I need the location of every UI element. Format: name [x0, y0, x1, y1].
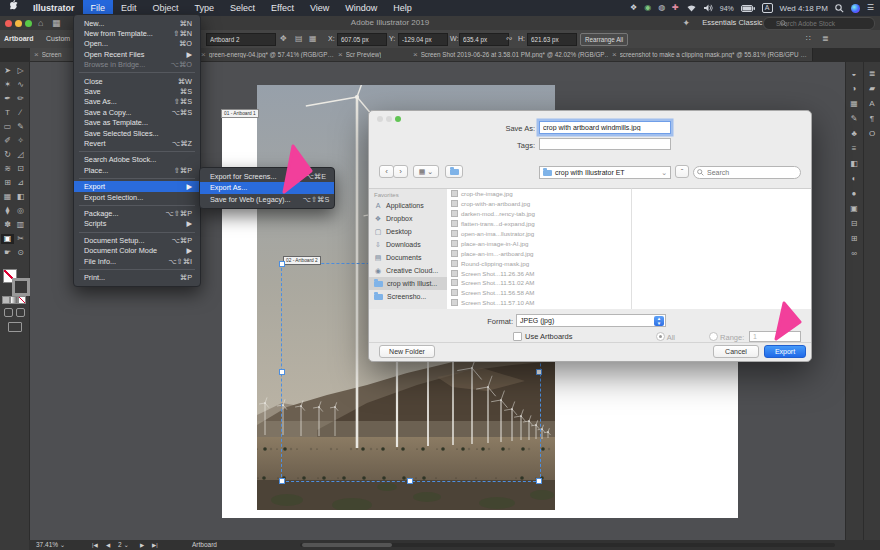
sidebar-item-applications[interactable]: AApplications: [369, 199, 447, 212]
artboard-name-input[interactable]: [206, 33, 276, 46]
pencil-tool-icon[interactable]: ✐: [1, 136, 14, 146]
file-item[interactable]: darken-mod...rency-tab.jpg: [447, 209, 631, 219]
notification-center-icon[interactable]: ☰: [867, 0, 874, 16]
menu-item-package[interactable]: Package...⌥⇧⌘P: [74, 208, 200, 218]
prev-artboard-button[interactable]: ◀: [106, 540, 110, 550]
gradient-tool-icon[interactable]: ◧: [14, 192, 27, 202]
transparency-panel-icon[interactable]: ◐: [846, 173, 862, 185]
scale-tool-icon[interactable]: ◿: [14, 150, 27, 160]
new-folder-button[interactable]: New Folder: [379, 345, 435, 358]
sidebar-item-screenshots[interactable]: Screensho...: [369, 290, 447, 303]
expand-button[interactable]: ˆ: [675, 165, 689, 178]
blend-tool-icon[interactable]: ◎: [14, 206, 27, 216]
shaper-tool-icon[interactable]: ✧: [14, 136, 27, 146]
menubar-item-select[interactable]: Select: [222, 0, 263, 16]
tab-close-icon[interactable]: ×: [201, 50, 206, 59]
column-graph-tool-icon[interactable]: ▥: [14, 220, 27, 230]
appearance-panel-icon[interactable]: ●: [846, 188, 862, 200]
opentype-panel-icon[interactable]: O: [864, 128, 880, 140]
eyedropper-tool-icon[interactable]: ⧫: [1, 206, 14, 216]
menubar-item-effect[interactable]: Effect: [263, 0, 302, 16]
symbol-sprayer-tool-icon[interactable]: ✽: [1, 220, 14, 230]
file-item[interactable]: Screen Shot...11.51.02 AM: [447, 278, 631, 288]
dialog-zoom-button[interactable]: [395, 116, 401, 122]
dropbox-icon[interactable]: ❖: [630, 0, 637, 16]
artboard-number-dropdown[interactable]: 2 ⌄: [118, 540, 129, 550]
sidebar-item-dropbox[interactable]: ❖Dropbox: [369, 212, 447, 225]
document-tab-5[interactable]: × screenshot to make a clipping mask.png…: [608, 48, 813, 61]
perspective-grid-tool-icon[interactable]: ⊿: [14, 178, 27, 188]
align-panel-icon[interactable]: ≣: [864, 68, 880, 80]
current-folder-dropdown[interactable]: crop with Illustrator ET ⌄: [539, 166, 671, 179]
drive-icon[interactable]: ◉: [644, 0, 651, 16]
selection-tool-icon[interactable]: ➤: [1, 66, 14, 76]
cancel-button[interactable]: Cancel: [713, 345, 759, 358]
rearrange-all-button[interactable]: Rearrange All: [580, 33, 628, 46]
apple-menu-icon[interactable]: [0, 0, 25, 16]
forward-button[interactable]: ›: [393, 165, 408, 178]
document-tab-4[interactable]: × Screen Shot 2019-06-26 at 3.58.01 PM.p…: [409, 48, 616, 61]
file-item[interactable]: Round-clipping-mask.jpg: [447, 258, 631, 268]
siri-icon[interactable]: [851, 4, 860, 13]
paragraph-panel-icon[interactable]: ¶: [864, 113, 880, 125]
menu-item-file-info[interactable]: File Info...⌥⇧⌘I: [74, 256, 200, 266]
shape-builder-tool-icon[interactable]: ⊞: [1, 178, 14, 188]
plugin-icon[interactable]: ✚: [672, 0, 679, 16]
input-source-icon[interactable]: A: [762, 3, 773, 13]
selection-handle[interactable]: [279, 369, 285, 375]
menu-item-new[interactable]: New...⌘N: [74, 18, 200, 28]
none-mode-button[interactable]: [18, 296, 26, 304]
screen-mode-button[interactable]: [8, 322, 22, 332]
document-tab-3[interactable]: × Scr Preview): [334, 48, 417, 61]
lasso-tool-icon[interactable]: ∿: [14, 80, 27, 90]
artboard-options-icon[interactable]: ▤: [295, 34, 303, 44]
sidebar-item-documents[interactable]: ▤Documents: [369, 251, 447, 264]
selection-handle[interactable]: [407, 478, 413, 484]
artboard-grid-icon[interactable]: ▦: [309, 34, 317, 44]
tab-close-icon[interactable]: ×: [413, 50, 418, 59]
file-item[interactable]: Screen Shot...11.56.58 AM: [447, 288, 631, 298]
menu-item-export[interactable]: Export▶: [74, 181, 200, 191]
menubar-clock[interactable]: Wed 4:18 PM: [780, 4, 828, 13]
view-mode-button[interactable]: ▦ ⌄: [413, 165, 439, 178]
file-item[interactable]: crop-with-an-artboard.jpg: [447, 199, 631, 209]
asset-export-panel-icon[interactable]: ∞: [846, 248, 862, 260]
menu-item-save-as[interactable]: Save As...⇧⌘S: [74, 97, 200, 107]
pathfinder-panel-icon[interactable]: ▰: [864, 83, 880, 95]
menubar-item-illustrator[interactable]: Illustrator: [25, 0, 83, 16]
menubar-item-window[interactable]: Window: [337, 0, 385, 16]
rotate-tool-icon[interactable]: ↻: [1, 150, 14, 160]
draw-behind-button[interactable]: [16, 308, 25, 317]
file-item[interactable]: place-an-im...-artboard.jpg: [447, 248, 631, 258]
menu-item-open[interactable]: Open...⌘O: [74, 39, 200, 49]
file-item[interactable]: place-an-image-in-AI.jpg: [447, 238, 631, 248]
paintbrush-tool-icon[interactable]: ✎: [14, 122, 27, 132]
zoom-level-dropdown[interactable]: 37.41% ⌄: [36, 540, 65, 550]
brushes-panel-icon[interactable]: ✎: [846, 113, 862, 125]
wifi-icon[interactable]: [686, 4, 697, 12]
mesh-tool-icon[interactable]: ▦: [1, 192, 14, 202]
file-item[interactable]: flatten-trans...d-expand.jpg: [447, 219, 631, 229]
draw-normal-button[interactable]: [4, 308, 13, 317]
window-minimize-button[interactable]: [15, 20, 22, 27]
file-item[interactable]: open-an-ima...llustrator.jpg: [447, 229, 631, 239]
menu-item-open-recent-files[interactable]: Open Recent Files▶: [74, 49, 200, 59]
selection-handle[interactable]: [536, 478, 542, 484]
alert-icon[interactable]: ◍: [658, 0, 665, 16]
dots-grid-icon[interactable]: ∷: [806, 34, 811, 44]
curvature-tool-icon[interactable]: ✏: [14, 94, 27, 104]
tab-close-icon[interactable]: ×: [34, 50, 39, 59]
menu-item-save-a-copy[interactable]: Save a Copy...⌥⌘S: [74, 107, 200, 117]
color-panel-icon[interactable]: ◒: [846, 68, 862, 80]
menu-item-save[interactable]: Save⌘S: [74, 86, 200, 96]
app-grid-icon[interactable]: ▦: [52, 16, 61, 30]
character-panel-icon[interactable]: A: [864, 98, 880, 110]
volume-icon[interactable]: [704, 4, 713, 12]
menu-item-print[interactable]: Print...⌘P: [74, 272, 200, 282]
graphic-styles-panel-icon[interactable]: ▣: [846, 203, 862, 215]
type-tool-icon[interactable]: T: [1, 108, 14, 118]
x-value-input[interactable]: [337, 33, 387, 46]
layers-panel-icon[interactable]: ⊟: [846, 218, 862, 230]
next-artboard-button[interactable]: ▶: [140, 540, 144, 550]
menu-item-save-selected-slices[interactable]: Save Selected Slices...: [74, 128, 200, 138]
